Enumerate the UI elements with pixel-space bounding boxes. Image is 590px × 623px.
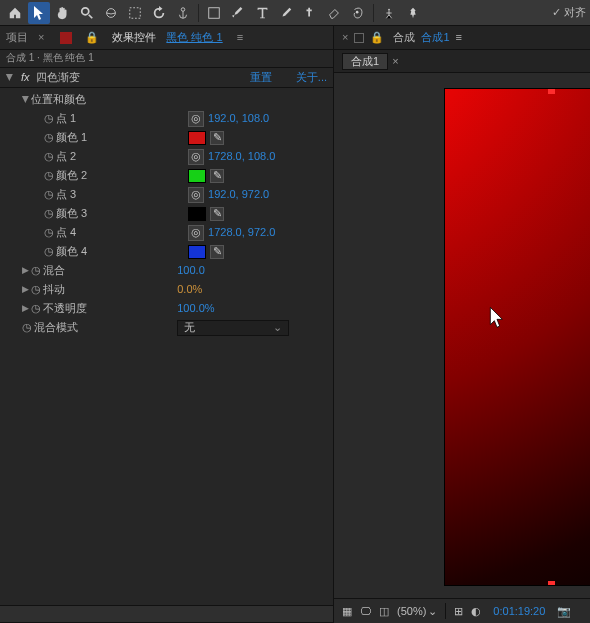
eyedropper-icon[interactable]: ✎	[210, 245, 224, 259]
comp-canvas[interactable]	[444, 88, 590, 586]
stopwatch-icon[interactable]: ◷	[22, 322, 34, 334]
left-panel-tabs: 项目 × 🔒 效果控件 黑色 纯色 1 ≡	[0, 26, 333, 50]
roi-tool-icon[interactable]	[124, 2, 146, 24]
prop-label: 颜色 1	[56, 132, 87, 143]
prop-color-4: ◷ 颜色 4 ✎	[0, 242, 333, 261]
eraser-tool-icon[interactable]	[323, 2, 345, 24]
composition-viewer[interactable]	[334, 72, 590, 599]
stopwatch-icon[interactable]: ◷	[44, 170, 56, 182]
brush-tool-icon[interactable]	[275, 2, 297, 24]
point-target-icon[interactable]: ◎	[188, 225, 204, 241]
prop-label: 点 3	[56, 189, 76, 200]
prop-value[interactable]: 0.0%	[177, 284, 202, 295]
composition-panel: × 🔒 合成 合成1 ≡ 合成1 ×	[334, 26, 590, 623]
layer-name-link[interactable]: 黑色 纯色 1	[166, 32, 222, 43]
panel-menu-icon[interactable]: ≡	[237, 32, 243, 43]
prop-label: 颜色 3	[56, 208, 87, 219]
mask-icon[interactable]: ◫	[379, 606, 389, 617]
about-link[interactable]: 关于...	[296, 72, 327, 83]
prop-value[interactable]: 1728.0, 972.0	[208, 227, 275, 238]
home-icon[interactable]	[4, 2, 26, 24]
eyedropper-icon[interactable]: ✎	[210, 207, 224, 221]
tab-effect-controls[interactable]: 效果控件	[112, 32, 156, 43]
orbit-tool-icon[interactable]	[100, 2, 122, 24]
twirl-icon[interactable]: ▶	[22, 304, 29, 313]
close-icon[interactable]: ×	[392, 56, 398, 67]
point-target-icon[interactable]: ◎	[188, 111, 204, 127]
selection-handle[interactable]	[548, 581, 555, 586]
comp-tab[interactable]: 合成1	[342, 53, 388, 70]
point-target-icon[interactable]: ◎	[188, 149, 204, 165]
stopwatch-icon[interactable]: ◷	[44, 208, 56, 220]
color-swatch[interactable]	[188, 169, 206, 183]
group-pos-color[interactable]: ▶ 位置和颜色	[0, 90, 333, 109]
twirl-icon[interactable]: ▶	[21, 96, 30, 103]
grid-icon[interactable]: ▦	[342, 606, 352, 617]
channel-icon[interactable]: ⊞	[454, 606, 463, 617]
prop-point-2: ◷ 点 2 ◎ 1728.0, 108.0	[0, 147, 333, 166]
eyedropper-icon[interactable]: ✎	[210, 169, 224, 183]
puppet-tool-icon[interactable]	[378, 2, 400, 24]
shape-tool-icon[interactable]	[203, 2, 225, 24]
stopwatch-icon[interactable]: ◷	[31, 265, 43, 277]
zoom-value: (50%)	[397, 606, 426, 617]
stopwatch-icon[interactable]: ◷	[44, 132, 56, 144]
prop-value[interactable]: 100.0	[177, 265, 205, 276]
point-target-icon[interactable]: ◎	[188, 187, 204, 203]
selection-tool-icon[interactable]	[28, 2, 50, 24]
color-swatch[interactable]	[188, 245, 206, 259]
twirl-icon[interactable]: ▶	[5, 74, 14, 81]
effect-controls-panel: 项目 × 🔒 效果控件 黑色 纯色 1 ≡ 合成 1 · 黑色 纯色 1 ▶ f…	[0, 26, 334, 623]
rotate-tool-icon[interactable]	[148, 2, 170, 24]
breadcrumb: 合成 1 · 黑色 纯色 1	[0, 50, 333, 68]
stopwatch-icon[interactable]: ◷	[44, 151, 56, 163]
close-icon[interactable]: ×	[38, 32, 44, 43]
snapshot-icon[interactable]: 📷	[557, 606, 571, 617]
twirl-icon[interactable]: ▶	[22, 285, 29, 294]
exposure-icon[interactable]: ◐	[471, 606, 481, 617]
prop-value[interactable]: 192.0, 108.0	[208, 113, 269, 124]
viewer-status-bar: ▦ 🖵 ◫ (50%) ⌄ ⊞ ◐ 0:01:19:20 📷	[334, 599, 590, 623]
anchor-tool-icon[interactable]	[172, 2, 194, 24]
stopwatch-icon[interactable]: ◷	[44, 246, 56, 258]
lock-icon[interactable]: 🔒	[85, 32, 99, 43]
clone-tool-icon[interactable]	[299, 2, 321, 24]
current-time[interactable]: 0:01:19:20	[493, 606, 545, 617]
fx-name[interactable]: 四色渐变	[36, 72, 80, 83]
stopwatch-icon[interactable]: ◷	[44, 189, 56, 201]
prop-value[interactable]: 100.0%	[177, 303, 214, 314]
resolution-icon[interactable]: 🖵	[360, 606, 371, 617]
fx-badge[interactable]: fx	[21, 72, 30, 83]
eyedropper-icon[interactable]: ✎	[210, 131, 224, 145]
pin-tool-icon[interactable]	[402, 2, 424, 24]
blend-mode-dropdown[interactable]: 无 ⌄	[177, 320, 289, 336]
reset-link[interactable]: 重置	[250, 72, 272, 83]
prop-color-2: ◷ 颜色 2 ✎	[0, 166, 333, 185]
selection-handle[interactable]	[548, 88, 555, 94]
prop-label: 不透明度	[43, 303, 87, 314]
tab-project[interactable]: 项目	[6, 32, 28, 43]
prop-value[interactable]: 192.0, 972.0	[208, 189, 269, 200]
twirl-icon[interactable]: ▶	[22, 266, 29, 275]
stopwatch-icon[interactable]: ◷	[31, 284, 43, 296]
pen-tool-icon[interactable]	[227, 2, 249, 24]
roto-tool-icon[interactable]	[347, 2, 369, 24]
zoom-dropdown[interactable]: (50%) ⌄	[397, 606, 437, 617]
comp-title-link[interactable]: 合成1	[421, 32, 449, 43]
type-tool-icon[interactable]	[251, 2, 273, 24]
prop-label: 抖动	[43, 284, 65, 295]
prop-point-4: ◷ 点 4 ◎ 1728.0, 972.0	[0, 223, 333, 242]
panel-menu-icon[interactable]: ≡	[456, 32, 462, 43]
color-swatch[interactable]	[188, 207, 206, 221]
lock-icon[interactable]: 🔒	[370, 32, 384, 43]
prop-value[interactable]: 1728.0, 108.0	[208, 151, 275, 162]
hand-tool-icon[interactable]	[52, 2, 74, 24]
snap-toggle[interactable]: ✓ 对齐	[552, 7, 586, 18]
stopwatch-icon[interactable]: ◷	[44, 227, 56, 239]
close-icon[interactable]: ×	[342, 32, 348, 43]
stopwatch-icon[interactable]: ◷	[31, 303, 43, 315]
color-swatch[interactable]	[188, 131, 206, 145]
svg-point-6	[388, 8, 390, 10]
zoom-tool-icon[interactable]	[76, 2, 98, 24]
stopwatch-icon[interactable]: ◷	[44, 113, 56, 125]
